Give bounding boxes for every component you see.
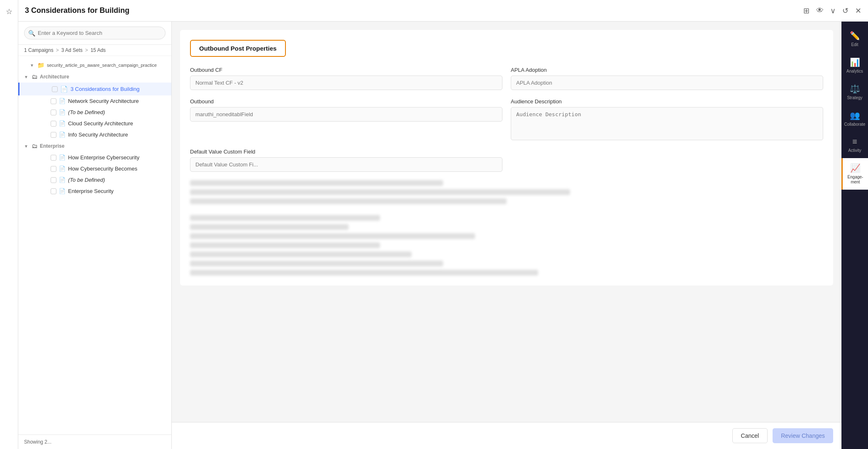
chevron-down-icon[interactable]: ∨ bbox=[830, 6, 836, 15]
engagement-label: Engage-ment bbox=[845, 175, 866, 185]
arch-folder-icon: 🗂 bbox=[32, 73, 37, 80]
blur-line-3 bbox=[190, 198, 507, 204]
expand-icon: ▼ bbox=[30, 63, 35, 68]
activity-icon: ≡ bbox=[852, 137, 857, 146]
default-value-label: Default Value Custom Field bbox=[190, 149, 502, 155]
nav-item-collaborate[interactable]: 👥 Collaborate bbox=[841, 105, 868, 132]
review-changes-button[interactable]: Review Changes bbox=[773, 428, 833, 443]
item-3-considerations[interactable]: 📄 3 Considerations for Building ⋮ bbox=[18, 83, 171, 95]
network-doc-icon: 📄 bbox=[59, 98, 66, 104]
tree-sidebar: 🔍 1 Campaigns > 3 Ad Sets > 15 Ads ▼ 📁 s… bbox=[18, 22, 172, 449]
eye-icon[interactable]: 👁 bbox=[816, 6, 824, 15]
search-bar-container: 🔍 bbox=[18, 22, 171, 45]
form-grid: Outbound CF APLA Adoption Outbound bbox=[190, 67, 823, 172]
item-info-security[interactable]: 📄 Info Security Architecture bbox=[18, 129, 171, 140]
architecture-group-header[interactable]: ▼ 🗂 Architecture bbox=[18, 71, 171, 83]
apla-input[interactable] bbox=[511, 76, 823, 90]
breadcrumb-campaigns[interactable]: 1 Campaigns bbox=[24, 47, 54, 53]
top-header: 3 Considerations for Building ⊞ 👁 ∨ ↺ ✕ bbox=[18, 0, 868, 22]
blur-line-2 bbox=[190, 189, 570, 195]
info-checkbox[interactable] bbox=[51, 132, 56, 138]
nav-item-edit[interactable]: ✏️ Edit bbox=[841, 26, 868, 52]
blurred-section bbox=[190, 180, 823, 276]
root-campaign-item[interactable]: ▼ 📁 security_article_ps_aware_search_cam… bbox=[18, 59, 171, 71]
blur-line-6 bbox=[190, 233, 475, 239]
hc-label: How Cybersecurity Becomes bbox=[68, 166, 166, 172]
header-icons: ⊞ 👁 ∨ ↺ ✕ bbox=[803, 6, 861, 15]
info-label: Info Security Architecture bbox=[68, 132, 166, 138]
refresh-icon[interactable]: ↺ bbox=[842, 6, 848, 15]
tbd2-doc-icon: 📄 bbox=[59, 177, 66, 183]
breadcrumb: 1 Campaigns > 3 Ad Sets > 15 Ads bbox=[18, 45, 171, 56]
strategy-icon: ⚖️ bbox=[850, 84, 860, 94]
architecture-label: Architecture bbox=[40, 74, 166, 80]
blur-line-10 bbox=[190, 270, 538, 276]
layout-icon[interactable]: ⊞ bbox=[803, 6, 809, 15]
showing-text: Showing 2... bbox=[24, 439, 51, 445]
audience-textarea[interactable] bbox=[511, 107, 823, 140]
item-how-enterprise[interactable]: 📄 How Enterprise Cybersecurity bbox=[18, 152, 171, 163]
item-network-security[interactable]: 📄 Network Security Architecture bbox=[18, 95, 171, 107]
es-checkbox[interactable] bbox=[51, 188, 56, 194]
search-input[interactable] bbox=[24, 27, 166, 39]
outbound-cf-input[interactable] bbox=[190, 76, 502, 90]
main-panel: Outbound Post Properties Outbound CF APL… bbox=[172, 22, 841, 449]
cancel-button[interactable]: Cancel bbox=[732, 428, 768, 443]
collaborate-icon: 👥 bbox=[850, 110, 860, 120]
analytics-label: Analytics bbox=[846, 69, 863, 74]
he-checkbox[interactable] bbox=[51, 155, 56, 161]
he-doc-icon: 📄 bbox=[59, 154, 66, 161]
network-checkbox[interactable] bbox=[51, 98, 56, 104]
breadcrumb-ads[interactable]: 15 Ads bbox=[90, 47, 106, 53]
apla-group: APLA Adoption bbox=[511, 67, 823, 90]
icon-bar-left: ☆ bbox=[0, 0, 18, 449]
cloud-doc-icon: 📄 bbox=[59, 120, 66, 127]
strategy-label: Strategy bbox=[847, 95, 862, 100]
tree-content: ▼ 📁 security_article_ps_aware_search_cam… bbox=[18, 56, 171, 434]
blur-line-1 bbox=[190, 180, 443, 186]
collaborate-label: Collaborate bbox=[844, 122, 865, 127]
considerations-checkbox[interactable] bbox=[52, 86, 58, 92]
folder-icon: 📁 bbox=[37, 62, 44, 68]
edit-icon: ✏️ bbox=[850, 31, 860, 41]
item-tbd-2[interactable]: 📄 (To be Defined) bbox=[18, 174, 171, 185]
outbound-cf-group: Outbound CF bbox=[190, 67, 502, 90]
audience-label: Audience Description bbox=[511, 98, 823, 105]
blur-line-9 bbox=[190, 261, 443, 266]
cloud-checkbox[interactable] bbox=[51, 121, 56, 127]
tbd1-doc-icon: 📄 bbox=[59, 109, 66, 115]
considerations-doc-icon: 📄 bbox=[60, 85, 68, 93]
nav-item-analytics[interactable]: 📊 Analytics bbox=[841, 52, 868, 79]
edit-label: Edit bbox=[851, 42, 858, 47]
considerations-label: 3 Considerations for Building bbox=[71, 86, 156, 92]
apla-label: APLA Adoption bbox=[511, 67, 823, 73]
dialog-title: 3 Considerations for Building bbox=[25, 6, 798, 15]
outbound-input[interactable] bbox=[190, 107, 502, 122]
nav-item-activity[interactable]: ≡ Activity bbox=[841, 132, 868, 158]
root-campaign-label: security_article_ps_aware_search_campaig… bbox=[47, 63, 166, 68]
info-doc-icon: 📄 bbox=[59, 132, 66, 138]
default-value-group: Default Value Custom Field bbox=[190, 149, 502, 172]
breadcrumb-sep1: > bbox=[56, 47, 59, 53]
item-how-cyber[interactable]: 📄 How Cybersecurity Becomes bbox=[18, 163, 171, 174]
blur-line-7 bbox=[190, 242, 380, 248]
audience-group: Audience Description bbox=[511, 98, 823, 140]
tbd1-checkbox[interactable] bbox=[51, 110, 56, 115]
item-cloud-security[interactable]: 📄 Cloud Security Architecture bbox=[18, 118, 171, 129]
properties-tab-header[interactable]: Outbound Post Properties bbox=[190, 40, 286, 57]
default-value-input[interactable] bbox=[190, 157, 502, 172]
breadcrumb-adsets[interactable]: 3 Ad Sets bbox=[61, 47, 83, 53]
hc-doc-icon: 📄 bbox=[59, 166, 66, 172]
star-button[interactable]: ☆ bbox=[2, 4, 17, 19]
nav-item-engagement[interactable]: 📈 Engage-ment bbox=[841, 158, 868, 190]
search-icon: 🔍 bbox=[28, 30, 35, 37]
item-enterprise-security[interactable]: 📄 Enterprise Security bbox=[18, 185, 171, 197]
item-tbd-1[interactable]: 📄 (To be Defined) bbox=[18, 107, 171, 118]
nav-item-strategy[interactable]: ⚖️ Strategy bbox=[841, 79, 868, 105]
hc-checkbox[interactable] bbox=[51, 166, 56, 172]
properties-card: Outbound Post Properties Outbound CF APL… bbox=[180, 30, 833, 286]
es-doc-icon: 📄 bbox=[59, 188, 66, 194]
close-icon[interactable]: ✕ bbox=[855, 6, 861, 15]
tbd2-checkbox[interactable] bbox=[51, 177, 56, 183]
enterprise-group-header[interactable]: ▼ 🗂 Enterprise bbox=[18, 140, 171, 152]
